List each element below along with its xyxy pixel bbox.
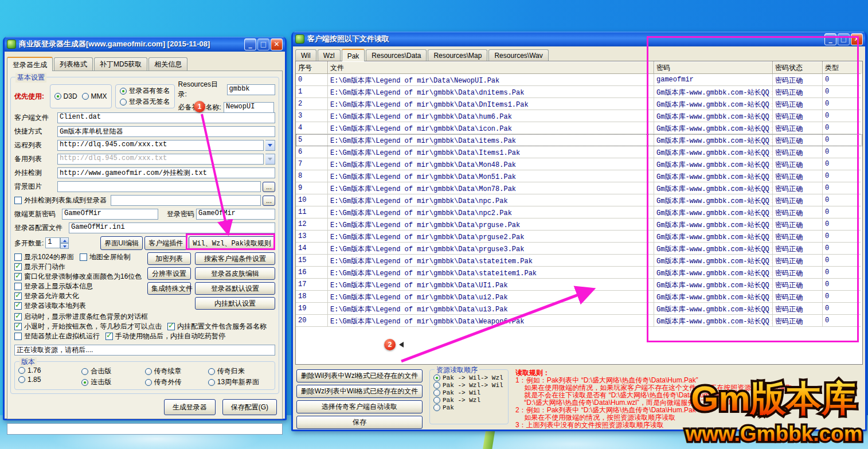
field-input[interactable] — [57, 181, 261, 192]
field-input[interactable]: Client.dat — [57, 112, 275, 123]
tab-1[interactable]: 列表格式 — [54, 57, 93, 71]
tab-resources-data[interactable]: Resources\Data — [366, 49, 427, 61]
spin-down-icon[interactable] — [60, 243, 69, 249]
table-row[interactable]: 0E:\Gm版本库\Legend of mir\Data\NewopUI.Pak… — [296, 74, 862, 86]
table-row[interactable]: 17E:\Gm版本库\Legend of mir\gmbbk\Data\UI1.… — [296, 279, 862, 291]
action-button[interactable]: 登录器皮肤编辑 — [195, 267, 275, 280]
table-row[interactable]: 18E:\Gm版本库\Legend of mir\gmbbk\Data\ui2.… — [296, 291, 862, 303]
version-option[interactable]: 传奇外传 — [145, 377, 208, 387]
table-row[interactable]: 20E:\Gm版本库\Legend of mir\gmbbk\Data\Weap… — [296, 315, 862, 327]
column-header[interactable]: 密码状态 — [773, 61, 823, 74]
dropdown-arrow-icon[interactable] — [265, 140, 275, 151]
multi-open-stepper[interactable]: 1 — [45, 237, 69, 249]
field-input[interactable] — [111, 195, 261, 206]
table-row[interactable]: 14E:\Gm版本库\Legend of mir\gmbbk\Data\prgu… — [296, 243, 862, 255]
list-tool-button[interactable]: 保存 — [296, 416, 423, 429]
field-input[interactable]: http://dlq.945.com/xxx.txt — [57, 154, 264, 165]
checkbox-unchecked[interactable]: 显示1024的界面 — [14, 252, 74, 262]
close-button[interactable]: ✕ — [851, 33, 863, 45]
table-row[interactable]: 8E:\Gm版本库\Legend of mir\gmbbk\Data\Mon51… — [296, 170, 862, 182]
table-row[interactable]: 16E:\Gm版本库\Legend of mir\gmbbk\Data\stat… — [296, 267, 862, 279]
version-option[interactable]: 合击版 — [81, 366, 144, 376]
checkbox-unchecked[interactable]: 外挂检测列表集成到登录器 — [14, 196, 107, 205]
field-input[interactable]: Gm版本库单机登陆器 — [57, 126, 275, 137]
pak-rules-button[interactable]: Wil、Wzl、Pak读取规则 — [189, 236, 275, 250]
client-plugin-button[interactable]: 客户端插件 — [144, 236, 187, 250]
tab-3[interactable]: 相关信息 — [148, 57, 187, 71]
version-option[interactable]: 连击版 — [81, 377, 144, 387]
checkbox-unchecked[interactable]: 地图全屏绘制 — [80, 252, 131, 262]
checkbox-checked[interactable]: 窗口化登录强制修改桌面颜色为16位色 — [14, 272, 142, 282]
title-bar[interactable]: 客户端按照以下文件读取 _ □ ✕ — [293, 32, 865, 46]
browse-button[interactable]: ... — [263, 182, 275, 192]
field-input[interactable]: http://www.gameofmir.com/外挂检测.txt — [57, 167, 275, 178]
patch-name-input[interactable]: NewopUI — [224, 102, 274, 113]
version-option[interactable]: 传奇续章 — [145, 366, 208, 376]
action-button[interactable]: 加密列表 — [147, 252, 191, 265]
read-order-option[interactable]: Pak — [433, 404, 505, 411]
table-row[interactable]: 11E:\Gm版本库\Legend of mir\gmbbk\Data\npc2… — [296, 206, 862, 218]
generate-launcher-button[interactable]: 生成登录器 — [164, 399, 216, 415]
tab-pak[interactable]: Pak — [342, 49, 365, 61]
version-option[interactable]: 13周年新界面 — [208, 377, 271, 387]
spin-up-icon[interactable] — [60, 237, 69, 243]
tab-resources-wav[interactable]: Resources\Wav — [488, 49, 548, 61]
action-button[interactable]: 内挂默认设置 — [195, 297, 275, 310]
close-button[interactable]: ✕ — [271, 38, 283, 50]
radio-d3d[interactable]: D3D — [54, 92, 77, 100]
read-order-option[interactable]: Pak -> Wil-> Wzl — [433, 374, 505, 381]
dropdown-arrow-icon[interactable] — [265, 154, 275, 165]
checkbox-checked[interactable]: 登录器读取本地列表 — [14, 301, 86, 311]
table-row[interactable]: 3E:\Gm版本库\Legend of mir\gmbbk\Data\hum6.… — [296, 110, 862, 122]
field-input[interactable]: http://dlq.945.com/xxx.txt — [57, 140, 264, 151]
read-order-option[interactable]: Pak -> Wzl-> Wil — [433, 382, 505, 389]
save-config-button[interactable]: 保存配置(G) — [222, 399, 277, 415]
multi-open-value[interactable]: 1 — [45, 237, 60, 248]
checkbox-checked[interactable]: 手动使用物品后，内挂自动吃药暂停 — [105, 331, 225, 341]
checkbox-checked[interactable]: 内挂配置文件包含服务器名称 — [167, 322, 267, 331]
table-row[interactable]: 9E:\Gm版本库\Legend of mir\gmbbk\Data\Mon78… — [296, 182, 862, 194]
table-row[interactable]: 19E:\Gm版本库\Legend of mir\gmbbk\Data\ui3.… — [296, 303, 862, 315]
checkbox-unchecked[interactable]: 登录器上显示版本信息 — [14, 282, 93, 291]
radio-signed[interactable]: 登录器有签名 — [120, 86, 170, 96]
maximize-button[interactable]: □ — [838, 33, 850, 45]
tab-2[interactable]: 补丁MD5获取 — [94, 57, 147, 71]
table-row[interactable]: 7E:\Gm版本库\Legend of mir\gmbbk\Data\Mon48… — [296, 158, 862, 170]
version-option[interactable]: 传奇归来 — [208, 366, 271, 376]
wechat-pwd-input[interactable]: GameOfMir — [62, 209, 158, 220]
resources-dir-input[interactable]: gmbbk — [227, 84, 275, 95]
table-row[interactable]: 4E:\Gm版本库\Legend of mir\gmbbk\Data\icon.… — [296, 122, 862, 134]
minimize-button[interactable]: _ — [824, 33, 836, 45]
table-row[interactable]: 10E:\Gm版本库\Legend of mir\gmbbk\Data\npc.… — [296, 194, 862, 206]
checkbox-checked[interactable]: 登录器允许最大化 — [14, 291, 79, 301]
read-order-option[interactable]: Pak -> Wzl — [433, 397, 505, 404]
column-header[interactable]: 序号 — [296, 61, 328, 74]
table-row[interactable]: 2E:\Gm版本库\Legend of mir\gmbbk\Data\DnIte… — [296, 98, 862, 110]
title-bar[interactable]: 商业版登录器生成器[www.gameofmir.com] [2015-11-08… — [5, 37, 285, 52]
checkbox-checked[interactable]: 启动时，显示带进度条红色背景的对话框 — [14, 312, 148, 322]
column-header[interactable]: 类型 — [823, 61, 861, 74]
tab-wzl[interactable]: Wzl — [318, 49, 341, 61]
checkbox-checked[interactable]: 小退时，开始按钮灰色，等几秒后才可以点击 — [14, 322, 162, 331]
config-file-input[interactable]: GameOfMir.ini — [69, 222, 275, 233]
radio-unsigned[interactable]: 登录器无签名 — [120, 97, 170, 107]
tab-wil[interactable]: Wil — [295, 49, 316, 61]
login-pwd-input[interactable]: GameOfMir — [196, 209, 275, 220]
list-tool-button[interactable]: 选择传奇客户端自动读取 — [296, 400, 423, 413]
tab-0[interactable]: 登录器生成 — [7, 57, 53, 71]
minimize-button[interactable]: _ — [244, 38, 256, 50]
action-button[interactable]: 搜索客户端条件设置 — [195, 252, 275, 265]
checkbox-checked[interactable]: 显示开门动作 — [14, 262, 65, 272]
table-row[interactable]: 5E:\Gm版本库\Legend of mir\gmbbk\Data\items… — [296, 134, 862, 146]
table-row[interactable]: 6E:\Gm版本库\Legend of mir\gmbbk\Data\Items… — [296, 146, 862, 158]
tab-resources-map[interactable]: Resources\Map — [428, 49, 487, 61]
table-row[interactable]: 15E:\Gm版本库\Legend of mir\gmbbk\Data\stat… — [296, 255, 862, 267]
list-tool-button[interactable]: 删除Wil列表中Wzl格式已经存在的文件 — [296, 369, 423, 382]
checkbox-unchecked[interactable]: 登陆器禁止在虚拟机运行 — [14, 331, 100, 341]
ui-edit-button[interactable]: 界面UI编辑 — [100, 236, 143, 250]
read-order-option[interactable]: Pak -> Wil — [433, 389, 505, 396]
column-header[interactable]: 密码 — [654, 61, 773, 74]
table-row[interactable]: 1E:\Gm版本库\Legend of mir\gmbbk\Data\dnite… — [296, 86, 862, 98]
table-row[interactable]: 12E:\Gm版本库\Legend of mir\gmbbk\Data\prgu… — [296, 218, 862, 231]
radio-mmx[interactable]: MMX — [82, 92, 107, 100]
